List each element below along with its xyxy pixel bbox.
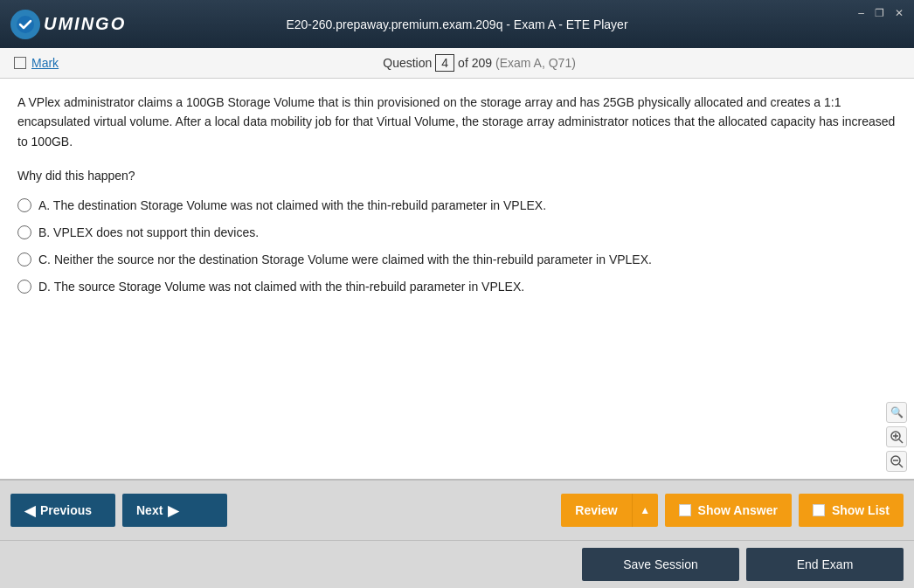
option-d-radio[interactable] bbox=[17, 280, 31, 294]
next-arrow-icon: ▶ bbox=[168, 502, 178, 519]
question-total: of 209 bbox=[458, 56, 492, 70]
review-group: Review ▲ bbox=[561, 494, 657, 527]
save-session-button[interactable]: Save Session bbox=[582, 548, 739, 581]
search-icon[interactable]: 🔍 bbox=[886, 402, 907, 423]
option-a-label: A. The destination Storage Volume was no… bbox=[38, 197, 897, 215]
side-icons: 🔍 bbox=[886, 402, 907, 472]
question-label: Question bbox=[383, 56, 432, 70]
toolbar: Mark Question 4 of 209 (Exam A, Q71) bbox=[0, 48, 914, 79]
svg-line-6 bbox=[899, 464, 903, 467]
logo-icon bbox=[10, 10, 40, 39]
next-button[interactable]: Next ▶ bbox=[122, 494, 227, 527]
main-content: A VPlex administrator claims a 100GB Sto… bbox=[0, 79, 914, 479]
title-bar: UMINGO E20-260.prepaway.premium.exam.209… bbox=[0, 0, 914, 48]
question-text: A VPlex administrator claims a 100GB Sto… bbox=[17, 93, 897, 151]
mark-area[interactable]: Mark bbox=[14, 56, 59, 70]
show-list-checkbox bbox=[813, 504, 825, 516]
option-d-label: D. The source Storage Volume was not cla… bbox=[38, 278, 897, 296]
review-button[interactable]: Review bbox=[561, 494, 631, 527]
mark-checkbox[interactable] bbox=[14, 57, 26, 69]
option-c-row[interactable]: C. Neither the source nor the destinatio… bbox=[17, 251, 897, 269]
mark-label[interactable]: Mark bbox=[31, 56, 59, 70]
svg-line-2 bbox=[899, 439, 903, 443]
zoom-in-icon[interactable] bbox=[886, 426, 907, 447]
restore-button[interactable]: ❐ bbox=[871, 7, 888, 19]
close-button[interactable]: ✕ bbox=[891, 7, 907, 19]
next-label: Next bbox=[136, 503, 163, 517]
show-answer-button[interactable]: Show Answer bbox=[665, 494, 792, 527]
option-c-label: C. Neither the source nor the destinatio… bbox=[38, 251, 897, 269]
logo-area: UMINGO bbox=[10, 10, 126, 39]
minimize-button[interactable]: – bbox=[855, 7, 868, 19]
show-answer-label: Show Answer bbox=[698, 503, 778, 517]
question-number: 4 bbox=[435, 54, 454, 72]
end-exam-button[interactable]: End Exam bbox=[746, 548, 904, 581]
option-a-row[interactable]: A. The destination Storage Volume was no… bbox=[17, 197, 897, 215]
show-list-button[interactable]: Show List bbox=[799, 494, 904, 527]
option-b-radio[interactable] bbox=[17, 225, 31, 239]
previous-button[interactable]: ◀ Previous bbox=[10, 494, 115, 527]
option-b-label: B. VPLEX does not support thin devices. bbox=[38, 224, 897, 242]
question-info: Question 4 of 209 (Exam A, Q71) bbox=[383, 54, 576, 72]
option-d-row[interactable]: D. The source Storage Volume was not cla… bbox=[17, 278, 897, 296]
question-exam-info: (Exam A, Q71) bbox=[495, 56, 576, 70]
logo-text: UMINGO bbox=[44, 14, 126, 34]
zoom-out-icon[interactable] bbox=[886, 451, 907, 472]
prev-label: Previous bbox=[40, 503, 92, 517]
bottom-nav: ◀ Previous Next ▶ Review ▲ Show Answer S… bbox=[0, 479, 914, 540]
why-text: Why did this happen? bbox=[17, 169, 897, 183]
review-dropdown-button[interactable]: ▲ bbox=[632, 494, 658, 527]
option-c-radio[interactable] bbox=[17, 252, 31, 266]
option-b-row[interactable]: B. VPLEX does not support thin devices. bbox=[17, 224, 897, 242]
show-answer-checkbox bbox=[679, 504, 691, 516]
action-bar: Save Session End Exam bbox=[0, 540, 914, 588]
show-list-label: Show List bbox=[832, 503, 890, 517]
window-title: E20-260.prepaway.premium.exam.209q - Exa… bbox=[286, 17, 627, 31]
window-controls: – ❐ ✕ bbox=[855, 7, 907, 19]
prev-arrow-icon: ◀ bbox=[24, 502, 35, 519]
option-a-radio[interactable] bbox=[17, 198, 31, 212]
